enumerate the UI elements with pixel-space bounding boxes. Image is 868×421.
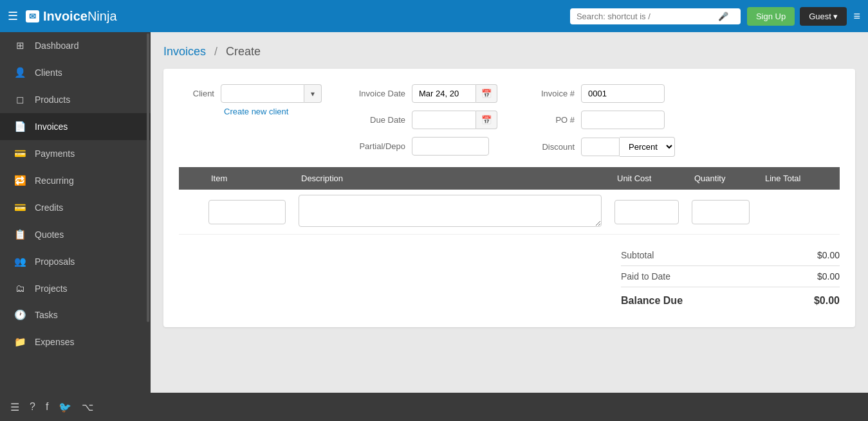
invoice-date-label: Invoice Date [347,89,405,98]
paid-to-date-value: $0.00 [817,271,840,282]
main-layout: ⊞ Dashboard 👤 Clients ◻ Products 📄 Invoi… [0,32,868,393]
breadcrumb-parent-link[interactable]: Invoices [163,45,206,58]
subtotal-value: $0.00 [817,250,840,260]
po-number-label: PO # [523,115,575,125]
table-header-row: Item Description Unit Cost Quantity Line… [179,167,840,190]
unit-cost-input[interactable] [614,200,679,224]
due-date-input-wrap: 📅 [412,111,497,129]
table-header-line-total: Line Total [756,167,840,190]
invoices-icon: 📄 [13,121,27,132]
breadcrumb: Invoices / Create [163,45,855,58]
invoice-number-input[interactable] [581,84,665,103]
due-date-calendar-button[interactable]: 📅 [476,111,497,129]
client-input-wrap: ▾ [221,84,322,103]
date-fields-group: Invoice Date 📅 Due Date 📅 [347,84,497,156]
description-input[interactable] [299,195,602,227]
app-logo: ✉ InvoiceNinja [26,9,117,24]
paid-to-date-row: Paid to Date $0.00 [621,266,840,287]
balance-due-row: Balance Due $0.00 [621,290,840,312]
breadcrumb-current: Create [226,45,261,58]
discount-type-select[interactable]: Percent Amount [620,137,675,157]
expenses-icon: 📁 [13,336,27,348]
logo-icon: ✉ [26,10,39,22]
bottom-toolbar: ☰ ? f 🐦 ⌥ [0,393,868,421]
create-new-client-link[interactable]: Create new client [224,107,322,116]
line-items-table: Item Description Unit Cost Quantity Line… [179,167,840,235]
discount-input[interactable] [581,138,620,156]
sidebar: ⊞ Dashboard 👤 Clients ◻ Products 📄 Invoi… [0,32,151,393]
form-top-row: Client ▾ Create new client Invoice Date [179,84,840,157]
due-date-input[interactable] [412,111,476,129]
partial-deposit-label: Partial/Depo [347,141,405,151]
balance-due-value: $0.00 [814,295,840,307]
table-header-unit-cost: Unit Cost [608,167,685,190]
list-icon[interactable]: ☰ [10,401,19,413]
client-field-group: Client ▾ Create new client [179,84,322,116]
products-icon: ◻ [13,94,27,105]
sidebar-item-dashboard[interactable]: ⊞ Dashboard [0,32,151,59]
partial-deposit-input[interactable] [412,137,489,156]
table-cell-check [179,190,202,235]
item-input[interactable] [208,200,286,224]
number-fields-group: Invoice # PO # Discount Percent [523,84,675,157]
signup-button[interactable]: Sign Up [747,7,795,26]
twitter-icon[interactable]: 🐦 [59,401,71,413]
table-cell-item [202,190,292,235]
sidebar-item-quotes[interactable]: 📋 Quotes [0,221,151,248]
payments-icon: 💳 [13,148,27,159]
table-cell-quantity [685,190,756,235]
guest-button[interactable]: Guest ▾ [800,7,847,26]
search-bar: 🎤 [570,8,741,24]
discount-input-wrap: Percent Amount [581,137,675,157]
invoice-date-calendar-button[interactable]: 📅 [476,84,497,103]
table-header-quantity: Quantity [685,167,756,190]
sidebar-item-tasks[interactable]: 🕐 Tasks [0,301,151,328]
table-cell-description [292,190,608,235]
invoice-date-input-wrap: 📅 [412,84,497,103]
totals-container: Subtotal $0.00 Paid to Date $0.00 Balanc… [179,245,840,312]
facebook-icon[interactable]: f [46,401,48,413]
hamburger-icon[interactable]: ☰ [8,9,18,23]
invoice-date-input[interactable] [412,84,476,103]
balance-due-label: Balance Due [621,295,683,307]
breadcrumb-separator: / [214,45,217,58]
sidebar-item-credits[interactable]: 💳 Credits [0,194,151,221]
paid-to-date-label: Paid to Date [621,271,670,282]
logo-text: InvoiceNinja [43,9,117,24]
subtotal-row: Subtotal $0.00 [621,245,840,266]
due-date-label: Due Date [347,115,405,125]
subtotal-label: Subtotal [621,250,654,260]
po-number-input[interactable] [581,111,665,129]
sidebar-scrollbar [147,33,149,322]
search-input[interactable] [577,12,718,21]
mic-icon: 🎤 [718,12,728,21]
sidebar-item-payments[interactable]: 💳 Payments [0,140,151,167]
sidebar-item-proposals[interactable]: 👥 Proposals [0,248,151,275]
table-header-description: Description [292,167,608,190]
proposals-icon: 👥 [13,256,27,267]
client-dropdown-button[interactable]: ▾ [304,84,322,103]
main-content: Invoices / Create Client ▾ Create new cl [151,32,868,393]
invoice-form-card: Client ▾ Create new client Invoice Date [163,69,855,327]
table-cell-unit-cost [608,190,685,235]
dashboard-icon: ⊞ [13,40,27,51]
help-icon[interactable]: ? [30,401,35,413]
sidebar-item-clients[interactable]: 👤 Clients [0,59,151,86]
table-cell-line-total [756,190,840,235]
sidebar-item-expenses[interactable]: 📁 Expenses [0,328,151,355]
discount-label: Discount [523,142,575,152]
sidebar-item-invoices[interactable]: 📄 Invoices [0,113,151,140]
table-header-check [179,167,202,190]
client-input[interactable] [221,84,304,103]
quantity-input[interactable] [692,200,750,224]
table-header-item: Item [202,167,292,190]
tasks-icon: 🕐 [13,309,27,321]
invoice-number-label: Invoice # [523,89,575,98]
sidebar-item-products[interactable]: ◻ Products [0,86,151,113]
github-icon[interactable]: ⌥ [82,401,93,413]
credits-icon: 💳 [13,202,27,213]
top-navigation: ☰ ✉ InvoiceNinja 🎤 Sign Up Guest ▾ ≡ [0,0,868,32]
sidebar-item-recurring[interactable]: 🔁 Recurring [0,167,151,194]
menu-dots-icon[interactable]: ≡ [853,10,860,23]
sidebar-item-projects[interactable]: 🗂 Projects [0,275,151,301]
